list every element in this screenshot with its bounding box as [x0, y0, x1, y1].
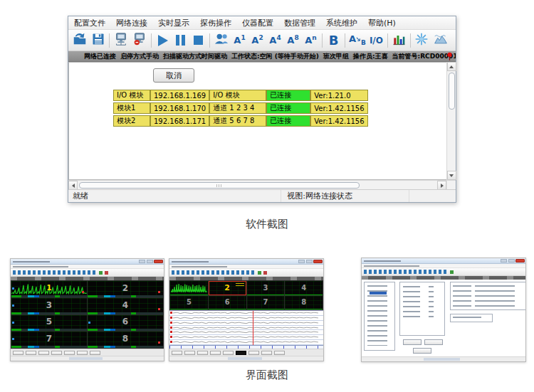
menu-item-realtime-display[interactable]: 实时显示 [158, 18, 189, 28]
menu-item-data-management[interactable]: 数据管理 [284, 18, 315, 28]
ascan-panel: 5 [170, 296, 208, 310]
pipe-id-text: 当前管号:RCD000016 [392, 52, 456, 61]
parameter-labels [403, 286, 420, 319]
strip-chart [169, 321, 323, 326]
interface-screenshot-caption: 界面截图 [0, 369, 534, 382]
save-icon [91, 32, 105, 49]
freeze-button[interactable] [413, 31, 431, 50]
ascan-n-button[interactable]: An [302, 31, 320, 50]
menu-item-config-file[interactable]: 配置文件 [74, 18, 105, 28]
module-name-cell: I/O 模块 [113, 90, 150, 101]
network-connect-button[interactable] [112, 31, 130, 50]
thumb-menu-bar [362, 264, 525, 268]
table-row[interactable]: 模块1 192.168.1.170 通道 1 2 3 4 已连接 Ver:1.4… [113, 102, 368, 114]
ascan-panel [170, 281, 208, 295]
ascan-1-button[interactable]: A1 [231, 31, 248, 50]
io-button[interactable]: I/O [367, 31, 385, 50]
startstop-mode-text: 启停方式手动 [120, 52, 159, 61]
ascan-panel: 3 [247, 281, 285, 295]
thumb-menu-bar [11, 265, 164, 269]
menu-item-instrument-config[interactable]: 仪器配置 [242, 18, 273, 28]
ascan-2-button[interactable]: A2 [248, 31, 266, 50]
ascan-panel: 2 [88, 281, 163, 297]
strip-chart [169, 340, 323, 345]
ascan-panel: 3 [11, 298, 87, 314]
thumb-title-bar [11, 259, 164, 265]
menu-item-system-maintenance[interactable]: 系统维护 [326, 18, 357, 28]
selected-tree-item [370, 292, 387, 295]
network-pc-icon [113, 31, 129, 50]
menu-item-flaw-detection[interactable]: 探伤操作 [200, 18, 231, 28]
operators-button[interactable] [212, 31, 231, 50]
minimize-button [501, 259, 507, 263]
start-button[interactable] [154, 31, 172, 50]
chevron-right-icon [441, 184, 444, 188]
main-window: 配置文件 网络连接 实时显示 探伤操作 仪器配置 数据管理 系统维护 帮助(H) [68, 16, 456, 203]
software-screenshot-caption: 软件截图 [0, 218, 534, 231]
thumb-toolbar [362, 268, 525, 276]
stop-icon [194, 36, 203, 45]
menu-item-network[interactable]: 网络连接 [116, 18, 147, 28]
play-icon [158, 35, 168, 46]
spectrum-button[interactable] [431, 31, 451, 50]
status-cell: 已连接 [266, 102, 310, 114]
ip-cell: 192.168.1.171 [150, 115, 209, 127]
alarm-marker [158, 308, 160, 310]
horizontal-scrollbar[interactable] [78, 181, 437, 189]
toolbar-icons [364, 270, 448, 274]
ascan-panel: 6 [209, 296, 246, 310]
readout-text [236, 283, 244, 286]
open-button[interactable] [70, 31, 89, 50]
thumb-title-bar [362, 258, 525, 264]
strip-chart-area [169, 310, 323, 345]
horizontal-scroll-thumb[interactable] [79, 182, 360, 189]
work-state-text: 工作状态:空闲 (等待手动开始) [231, 52, 319, 61]
ab-view-button[interactable]: AB [347, 31, 367, 50]
ascan-panel: 7 [11, 332, 87, 348]
scroll-up-button[interactable] [447, 62, 456, 71]
thumb-title-text [13, 261, 50, 263]
save-button[interactable] [89, 31, 107, 50]
ascan-4-button[interactable]: A4 [266, 31, 284, 50]
red-icon [105, 271, 108, 275]
toolbar-separator [322, 33, 323, 48]
pin-icon [447, 52, 452, 62]
close-icon [515, 259, 525, 263]
window-status-bar: 就绪 视图:网络连接状态 [68, 189, 456, 202]
network-disconnect-button[interactable] [130, 31, 149, 50]
toolbar: A1 A2 A4 A8 An B AB I/O [68, 30, 456, 51]
table-row[interactable]: I/O 模块 192.168.1.169 I/O 模块 已连接 Ver:1.21… [113, 90, 368, 101]
histogram-icon [392, 32, 406, 49]
stop-button[interactable] [189, 31, 207, 50]
table-row[interactable]: 模块2 192.168.1.171 通道 5 6 7 8 已连接 Ver:1.4… [113, 115, 368, 127]
thumb-title-text [172, 261, 209, 263]
status-info-bar: 网络已连接 启停方式手动 扫描驱动方式时间驱动 工作状态:空闲 (等待手动开始)… [68, 51, 456, 62]
toolbar-icons [172, 270, 256, 275]
pause-button[interactable] [172, 31, 189, 50]
menu-item-help[interactable]: 帮助(H) [368, 18, 396, 28]
gate-marker [12, 287, 14, 290]
ascan-panel-row: 2 3 4 5 6 7 8 [169, 280, 323, 310]
thumb-status-bar [11, 356, 164, 361]
scroll-down-button[interactable] [447, 171, 456, 180]
maximize-button [508, 259, 515, 263]
cancel-button[interactable]: 取消 [153, 68, 194, 83]
arrow-icon [356, 37, 361, 42]
green-icon [258, 271, 261, 275]
view-status-text: 视图:网络连接状态 [287, 191, 352, 201]
vertical-scrollbar[interactable] [446, 62, 456, 180]
strip-chart [169, 316, 323, 321]
config-button [413, 348, 431, 354]
ascan-panel: 8 [285, 296, 323, 310]
bscan-button[interactable]: B [325, 31, 342, 50]
gate-marker [88, 322, 90, 324]
statistics-button[interactable] [390, 31, 408, 50]
ascan-8-button[interactable]: A8 [284, 31, 302, 50]
vertical-scroll-thumb[interactable] [449, 73, 455, 110]
ready-text: 就绪 [73, 191, 88, 201]
minimize-button [139, 260, 145, 263]
alarm-marker [158, 341, 160, 344]
note-text [453, 317, 481, 321]
thumb-control-bar [169, 349, 323, 356]
users-icon [214, 31, 229, 50]
